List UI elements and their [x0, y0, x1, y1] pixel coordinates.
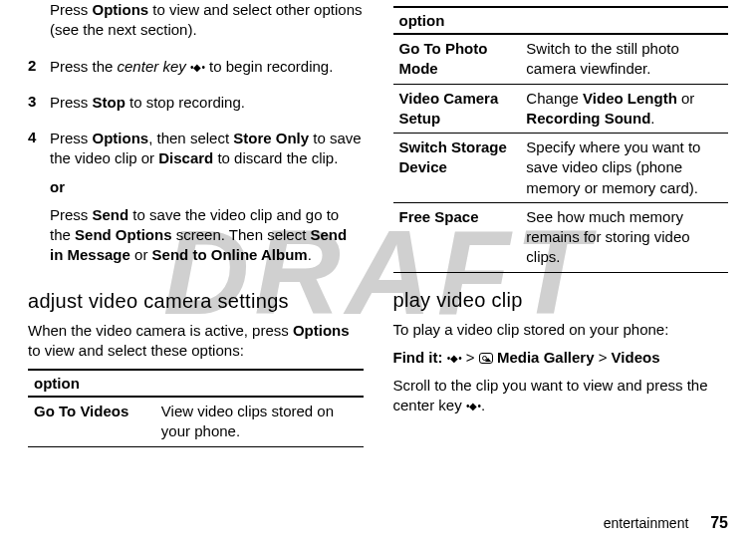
step-2: 2 Press the center key •◆• to begin reco…: [28, 57, 364, 85]
play-video-heading: play video clip: [393, 289, 729, 312]
intro-text: Press Options to view and select other o…: [50, 0, 364, 41]
table-row: Go To Videos View video clips stored on …: [28, 397, 364, 446]
table-row: Switch Storage Device Specify where you …: [393, 134, 729, 203]
page-number: 75: [710, 514, 728, 531]
step-number-2: 2: [28, 57, 50, 85]
table-row: Video Camera Setup Change Video Length o…: [393, 84, 729, 134]
center-key-icon: •◆•: [466, 402, 481, 411]
intro-continuation: Press Options to view and select other o…: [28, 0, 364, 49]
scroll-instruction: Scroll to the clip you want to view and …: [393, 376, 729, 416]
option-desc: See how much memory remains for storing …: [520, 202, 728, 272]
option-desc: Change Video Length or Recording Sound.: [520, 84, 728, 134]
media-gallery-icon: [479, 353, 493, 364]
step-3-text: Press Stop to stop recording.: [50, 93, 364, 113]
step-number-4: 4: [28, 129, 50, 274]
step-4-text-2: Press Send to save the video clip and go…: [50, 205, 364, 266]
option-label: Go To Videos: [28, 397, 155, 446]
table-header-option: option: [393, 7, 729, 34]
option-label: Switch Storage Device: [393, 134, 521, 203]
right-options-table: option Go To Photo Mode Switch to the st…: [393, 6, 729, 273]
table-row: Free Space See how much memory remains f…: [393, 202, 729, 272]
step-3: 3 Press Stop to stop recording.: [28, 93, 364, 121]
left-column: Press Options to view and select other o…: [28, 0, 364, 447]
table-row: Go To Photo Mode Switch to the still pho…: [393, 34, 729, 84]
option-desc: Switch to the still photo camera viewfin…: [520, 34, 728, 84]
step-number-3: 3: [28, 93, 50, 121]
option-desc: Specify where you want to save video cli…: [520, 134, 728, 203]
find-it-path: Find it: •◆• > Media Gallery > Videos: [393, 348, 729, 368]
section-name: entertainment: [604, 515, 689, 531]
step-2-text: Press the center key •◆• to begin record…: [50, 57, 364, 77]
or-text: or: [50, 177, 364, 197]
adjust-settings-heading: adjust video camera settings: [28, 290, 364, 313]
step-4-text-1: Press Options, then select Store Only to…: [50, 129, 364, 169]
option-label: Video Camera Setup: [393, 84, 521, 134]
right-column: option Go To Photo Mode Switch to the st…: [393, 0, 729, 447]
center-key-icon: •◆•: [190, 63, 205, 73]
play-video-desc: To play a video clip stored on your phon…: [393, 320, 729, 340]
options-label: Options: [93, 1, 149, 18]
table-header-option: option: [28, 370, 364, 397]
center-key-icon: •◆•: [447, 354, 462, 364]
option-label: Free Space: [393, 202, 521, 272]
left-options-table: option Go To Videos View video clips sto…: [28, 369, 364, 447]
step-4: 4 Press Options, then select Store Only …: [28, 129, 364, 274]
option-label: Go To Photo Mode: [393, 34, 521, 84]
option-desc: View video clips stored on your phone.: [155, 397, 364, 446]
adjust-settings-desc: When the video camera is active, press O…: [28, 321, 364, 362]
page-footer: entertainment 75: [604, 514, 728, 532]
